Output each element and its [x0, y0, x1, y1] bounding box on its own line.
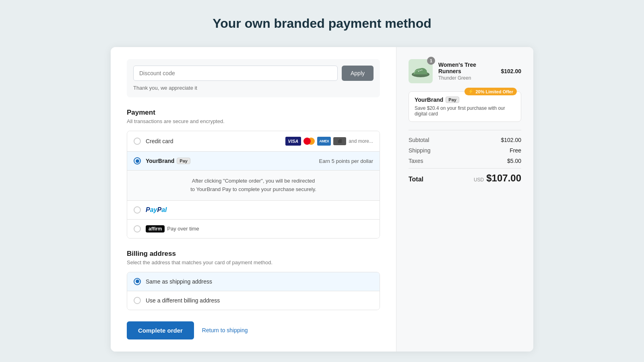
item-image-wrapper: 1 [409, 59, 433, 83]
promo-badge: ⚡ 20% Limited Offer [464, 88, 517, 95]
total-currency: USD [474, 177, 484, 183]
checkout-container: Apply Thank you, we appreciate it Paymen… [111, 47, 533, 352]
yourbrand-redirect-line2: to YourBrand Pay to complete your purcha… [190, 186, 316, 192]
shipping-label: Shipping [409, 147, 431, 154]
billing-option-different-address[interactable]: Use a different billing address [127, 291, 380, 310]
affirm-badge: affirm [146, 225, 165, 232]
promo-badge-label: 20% Limited Offer [475, 89, 513, 94]
summary-taxes-row: Taxes $5.00 [409, 158, 521, 164]
page-title: Your own branded payment method [213, 16, 431, 31]
lightning-icon: ⚡ [468, 89, 474, 94]
summary-subtotal-row: Subtotal $102.00 [409, 137, 521, 143]
affirm-pay-text: Pay over time [167, 226, 199, 232]
yourbrand-brand-name: YourBrand [146, 158, 174, 164]
credit-card-radio[interactable] [134, 138, 141, 145]
payment-section-subtitle: All transactions are secure and encrypte… [127, 118, 380, 124]
right-panel: 1 Women's Tree Runners Thunder Green $10… [396, 47, 533, 352]
promo-save-text: Save $20.4 on your first purchase with o… [415, 105, 515, 117]
total-amount: $107.00 [486, 173, 521, 184]
subtotal-value: $102.00 [501, 137, 521, 143]
return-to-shipping-link[interactable]: Return to shipping [202, 327, 248, 333]
yourbrand-label: YourBrand Pay [146, 158, 190, 164]
visa-icon: VISA [285, 137, 301, 146]
payment-section-title: Payment [127, 109, 380, 117]
item-variant: Thunder Green [438, 75, 495, 81]
action-buttons: Complete order Return to shipping [127, 321, 380, 339]
yourbrand-expanded-info: After clicking "Complete order", you wil… [127, 171, 380, 201]
same-shipping-label: Same as shipping address [146, 278, 373, 285]
same-shipping-radio[interactable] [134, 278, 141, 285]
item-info: Women's Tree Runners Thunder Green [438, 62, 495, 81]
payment-option-credit-card[interactable]: Credit card VISA AMEX ⬛ and more... [127, 131, 380, 152]
promo-pay-badge: Pay [446, 97, 459, 103]
item-name: Women's Tree Runners [438, 62, 495, 74]
billing-section: Billing address Select the address that … [127, 250, 380, 310]
different-billing-label: Use a different billing address [146, 297, 373, 304]
billing-section-title: Billing address [127, 250, 380, 258]
left-panel: Apply Thank you, we appreciate it Paymen… [111, 47, 396, 352]
yourbrand-pay-badge: Pay [177, 158, 190, 164]
order-summary: Subtotal $102.00 Shipping Free Taxes $5.… [409, 130, 521, 184]
total-label: Total [409, 176, 423, 183]
promo-banner: ⚡ 20% Limited Offer YourBrand Pay Save $… [409, 91, 521, 122]
summary-shipping-row: Shipping Free [409, 147, 521, 154]
summary-total-row: Total USD $107.00 [409, 168, 521, 184]
promo-brand-row: YourBrand Pay [415, 97, 515, 103]
apply-discount-button[interactable]: Apply [342, 66, 374, 81]
svg-point-2 [420, 70, 421, 71]
total-value-group: USD $107.00 [474, 173, 521, 184]
billing-option-same-as-shipping[interactable]: Same as shipping address [127, 272, 380, 291]
maestro-icon: ⬛ [333, 137, 346, 145]
billing-section-subtitle: Select the address that matches your car… [127, 259, 380, 265]
payment-option-yourbrand[interactable]: YourBrand Pay Earn 5 points per dollar [127, 152, 380, 171]
affirm-radio[interactable] [134, 225, 141, 232]
item-quantity-badge: 1 [427, 57, 435, 65]
discount-thank-you-text: Thank you, we appreciate it [133, 85, 374, 91]
mastercard-icon [303, 138, 315, 145]
payment-section: Payment All transactions are secure and … [127, 109, 380, 239]
payment-card-icons: VISA AMEX ⬛ and more... [285, 137, 373, 146]
and-more-text: and more... [349, 138, 373, 144]
paypal-logo: P ay P al [146, 206, 167, 214]
discount-code-input[interactable] [133, 66, 338, 81]
yourbrand-earn-points: Earn 5 points per dollar [319, 158, 373, 164]
promo-brand-name: YourBrand [415, 97, 443, 103]
payment-option-affirm[interactable]: affirm Pay over time [127, 220, 380, 238]
credit-card-label: Credit card [146, 138, 281, 144]
yourbrand-redirect-line1: After clicking "Complete order", you wil… [192, 178, 315, 184]
complete-order-button[interactable]: Complete order [127, 321, 194, 339]
taxes-value: $5.00 [507, 158, 521, 164]
yourbrand-pay-radio[interactable] [134, 157, 141, 165]
different-billing-radio[interactable] [134, 297, 141, 304]
affirm-logo: affirm Pay over time [146, 225, 199, 232]
subtotal-label: Subtotal [409, 137, 429, 143]
item-price: $102.00 [501, 68, 521, 74]
order-item: 1 Women's Tree Runners Thunder Green $10… [409, 59, 521, 83]
svg-point-3 [421, 70, 423, 71]
amex-icon: AMEX [317, 137, 331, 146]
shipping-value: Free [510, 147, 521, 154]
payment-options-list: Credit card VISA AMEX ⬛ and more... [127, 131, 380, 239]
taxes-label: Taxes [409, 158, 423, 164]
billing-options-list: Same as shipping address Use a different… [127, 272, 380, 310]
payment-option-paypal[interactable]: P ay P al [127, 201, 380, 220]
paypal-radio[interactable] [134, 206, 141, 214]
shoe-svg [411, 63, 431, 79]
discount-section: Apply Thank you, we appreciate it [127, 59, 380, 97]
svg-point-1 [418, 71, 419, 72]
discount-row: Apply [133, 66, 374, 81]
